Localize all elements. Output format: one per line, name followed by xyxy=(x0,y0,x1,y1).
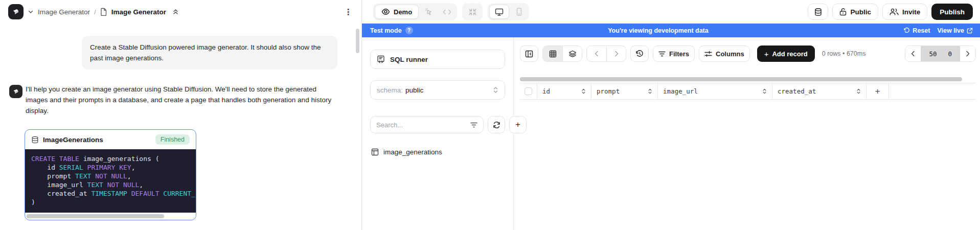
eye-icon xyxy=(381,8,390,15)
demo-button[interactable]: Demo xyxy=(375,5,419,19)
refresh-icon xyxy=(493,121,500,129)
chat-scrollbar[interactable] xyxy=(356,29,359,53)
kebab-menu-icon[interactable]: ⋮ xyxy=(344,7,352,17)
next-page-button[interactable] xyxy=(606,46,626,61)
test-mode-banner: Test mode ? You're viewing development d… xyxy=(362,24,980,37)
sort-icon[interactable] xyxy=(648,88,652,95)
view-live-label: View live xyxy=(937,27,964,34)
publish-button[interactable]: Publish xyxy=(931,4,973,20)
column-header-created_at[interactable]: created_at xyxy=(772,83,867,99)
pagination-control: 50 0 xyxy=(905,45,976,62)
sort-icon[interactable] xyxy=(581,88,586,95)
column-label: prompt xyxy=(597,87,648,95)
help-icon[interactable]: ? xyxy=(405,27,413,34)
grid-view-button[interactable] xyxy=(543,46,562,61)
assistant-logo-glyph xyxy=(12,88,19,95)
filters-label: Filters xyxy=(669,50,689,58)
public-button[interactable]: Public xyxy=(832,4,878,20)
grid-icon xyxy=(549,50,557,58)
pagination-next-button[interactable] xyxy=(960,46,975,61)
sort-icon[interactable] xyxy=(762,88,767,95)
column-label: image_url xyxy=(663,87,762,95)
breadcrumb-separator: / xyxy=(94,8,96,16)
row-stats: 0 rows • 670ms xyxy=(822,50,866,57)
layers-view-button[interactable] xyxy=(562,46,582,61)
preview-panel: Test mode ? You're viewing development d… xyxy=(362,24,980,230)
logo-glyph xyxy=(12,8,20,16)
external-link-icon xyxy=(967,28,973,34)
tables-list: image_generations xyxy=(370,146,505,158)
chevron-left-icon xyxy=(595,51,599,57)
history-button[interactable] xyxy=(630,45,649,62)
schema-label: schema: xyxy=(377,86,403,94)
table-name: image_generations xyxy=(383,148,442,156)
database-button[interactable] xyxy=(808,4,828,20)
table-hscrollbar[interactable] xyxy=(520,77,976,81)
code-mode-button[interactable] xyxy=(438,5,455,19)
select-mode-button[interactable] xyxy=(420,5,437,19)
collapse-sidebar-button[interactable] xyxy=(520,45,538,62)
invite-button[interactable]: Invite xyxy=(882,4,927,20)
sql-code: CREATE TABLE image_generations ( id SERI… xyxy=(31,154,190,206)
filters-button[interactable]: Filters xyxy=(653,45,695,62)
app-window: Image Generator / Image Generator ⋮ Demo xyxy=(0,0,980,230)
database-icon xyxy=(814,8,823,16)
pagination-values[interactable]: 50 0 xyxy=(921,46,960,61)
users-icon xyxy=(890,8,899,15)
record-nav-group xyxy=(586,45,626,62)
sort-icon[interactable] xyxy=(856,88,861,95)
table-db-icon xyxy=(31,136,39,144)
refresh-button[interactable] xyxy=(488,116,505,133)
desktop-view-button[interactable] xyxy=(489,5,509,19)
mobile-view-button[interactable] xyxy=(510,5,528,19)
search-input[interactable] xyxy=(376,121,466,129)
pagination-prev-button[interactable] xyxy=(905,46,921,61)
chat-panel: Create a Stable Diffusion powered image … xyxy=(0,24,362,230)
app-logo[interactable] xyxy=(8,4,24,19)
assistant-message-row: I'll help you create an image generator … xyxy=(9,84,361,116)
breadcrumb-page: Image Generator xyxy=(111,8,166,16)
assistant-message: I'll help you create an image generator … xyxy=(26,84,335,116)
chevron-right-icon xyxy=(614,51,619,57)
columns-button[interactable]: Columns xyxy=(699,45,750,62)
file-icon xyxy=(100,8,107,16)
history-icon xyxy=(635,50,644,58)
collapse-chevrons-up-icon[interactable] xyxy=(172,8,179,15)
chevron-down-icon[interactable] xyxy=(28,9,34,15)
mode-segment-group: Demo xyxy=(373,3,457,20)
chevron-left-icon xyxy=(911,51,915,57)
add-record-button[interactable]: + Add record xyxy=(757,45,815,62)
column-label: id xyxy=(542,87,581,95)
sql-code-block: CREATE TABLE image_generations ( id SERI… xyxy=(25,149,196,213)
layers-icon xyxy=(568,50,577,58)
breadcrumb-project[interactable]: Image Generator xyxy=(38,8,90,16)
chevron-right-icon xyxy=(966,51,970,57)
search-row: + xyxy=(370,116,505,133)
view-live-link[interactable]: View live xyxy=(937,27,973,34)
image-generations-card[interactable]: ImageGenerations Finished CREATE TABLE i… xyxy=(25,129,196,220)
add-column-button[interactable]: + xyxy=(867,83,889,99)
cursor-click-icon xyxy=(424,8,432,16)
columns-label: Columns xyxy=(716,50,744,58)
panel-left-close-icon xyxy=(525,50,533,58)
table-toolbar: Filters Columns + Add record 0 rows • 67… xyxy=(520,45,976,62)
code-hscrollbar[interactable] xyxy=(25,213,196,220)
schema-select[interactable]: schema: public xyxy=(370,80,505,100)
column-header-image_url[interactable]: image_url xyxy=(658,83,772,99)
reset-button[interactable]: Reset xyxy=(903,27,930,34)
resize-group xyxy=(462,3,483,20)
search-field[interactable] xyxy=(370,116,484,133)
demo-button-label: Demo xyxy=(394,8,412,16)
column-label: created_at xyxy=(778,87,856,95)
code-icon xyxy=(443,9,451,15)
select-all-checkbox[interactable] xyxy=(525,87,532,95)
monitor-icon xyxy=(495,8,504,16)
prev-page-button[interactable] xyxy=(587,46,606,61)
column-header-id[interactable]: id xyxy=(537,83,591,99)
sql-runner-button[interactable]: SQL runner xyxy=(370,50,505,69)
filter-icon xyxy=(470,122,477,128)
top-bar: Image Generator / Image Generator ⋮ Demo xyxy=(0,0,980,24)
table-list-item[interactable]: image_generations xyxy=(370,146,505,158)
column-header-prompt[interactable]: prompt xyxy=(591,83,658,99)
minimize-button[interactable] xyxy=(464,5,481,19)
